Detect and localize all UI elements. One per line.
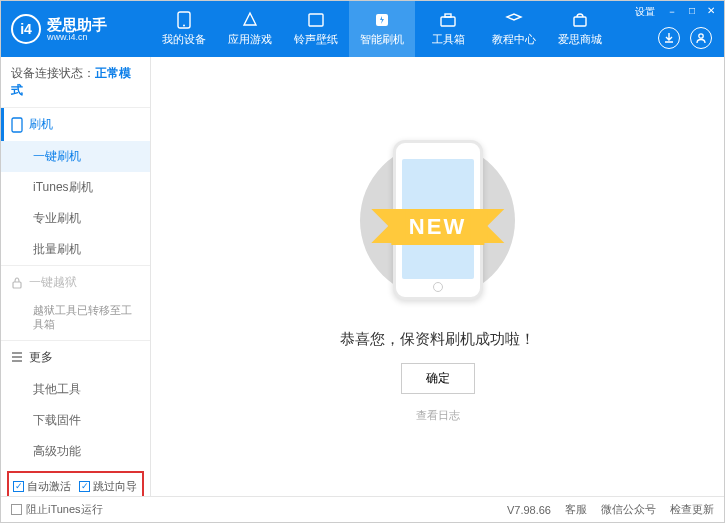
nav-tutorials[interactable]: 教程中心 <box>481 1 547 57</box>
nav-label: 应用游戏 <box>228 32 272 47</box>
update-link[interactable]: 检查更新 <box>670 502 714 517</box>
svg-rect-4 <box>441 17 455 26</box>
maximize-button[interactable]: □ <box>686 5 698 19</box>
sidebar-item-batch-flash[interactable]: 批量刷机 <box>1 234 150 265</box>
success-illustration: NEW <box>358 130 518 310</box>
nav-toolbox[interactable]: 工具箱 <box>415 1 481 57</box>
sidebar-head-jailbreak[interactable]: 一键越狱 <box>1 266 150 299</box>
app-window: i4 爱思助手 www.i4.cn 我的设备 应用游戏 铃声壁纸 智能刷机 <box>0 0 725 523</box>
nav-label: 铃声壁纸 <box>294 32 338 47</box>
checkbox-icon <box>11 504 22 515</box>
phone-icon <box>11 117 23 133</box>
nav-label: 智能刷机 <box>360 32 404 47</box>
download-icon[interactable] <box>658 27 680 49</box>
check-icon: ✓ <box>79 481 90 492</box>
window-controls: 设置 － □ ✕ <box>632 5 718 19</box>
store-icon <box>571 11 589 29</box>
svg-rect-5 <box>445 14 451 17</box>
titlebar: i4 爱思助手 www.i4.cn 我的设备 应用游戏 铃声壁纸 智能刷机 <box>1 1 724 57</box>
close-button[interactable]: ✕ <box>704 5 718 19</box>
connection-status: 设备连接状态：正常模式 <box>1 57 150 107</box>
checkbox-label: 阻止iTunes运行 <box>26 502 103 517</box>
brand-name: 爱思助手 <box>47 17 107 32</box>
version-label: V7.98.66 <box>507 504 551 516</box>
svg-point-1 <box>183 25 185 27</box>
status-label: 设备连接状态： <box>11 66 95 80</box>
minimize-button[interactable]: － <box>664 5 680 19</box>
sidebar-item-download-firmware[interactable]: 下载固件 <box>1 405 150 436</box>
nav-apps[interactable]: 应用游戏 <box>217 1 283 57</box>
flash-icon <box>373 11 391 29</box>
sidebar-item-pro-flash[interactable]: 专业刷机 <box>1 203 150 234</box>
nav-label: 工具箱 <box>432 32 465 47</box>
sidebar-head-flash[interactable]: 刷机 <box>1 108 150 141</box>
svg-point-7 <box>699 34 703 38</box>
main-content: NEW 恭喜您，保资料刷机成功啦！ 确定 查看日志 <box>151 57 724 496</box>
checkbox-skip-guide[interactable]: ✓ 跳过向导 <box>79 479 137 494</box>
svg-rect-8 <box>12 118 22 132</box>
sidebar-item-other-tools[interactable]: 其他工具 <box>1 374 150 405</box>
toolbox-icon <box>439 11 457 29</box>
nav-smart-flash[interactable]: 智能刷机 <box>349 1 415 57</box>
support-link[interactable]: 客服 <box>565 502 587 517</box>
sidebar-item-itunes-flash[interactable]: iTunes刷机 <box>1 172 150 203</box>
lock-icon <box>11 276 23 290</box>
body: 设备连接状态：正常模式 刷机 一键刷机 iTunes刷机 专业刷机 批量刷机 一… <box>1 57 724 496</box>
ok-button[interactable]: 确定 <box>401 363 475 394</box>
checkbox-auto-activate[interactable]: ✓ 自动激活 <box>13 479 71 494</box>
nav-label: 我的设备 <box>162 32 206 47</box>
logo-icon: i4 <box>11 14 41 44</box>
nav-my-device[interactable]: 我的设备 <box>151 1 217 57</box>
brand-url: www.i4.cn <box>47 32 107 42</box>
sidebar-item-advanced[interactable]: 高级功能 <box>1 436 150 467</box>
settings-button[interactable]: 设置 <box>632 5 658 19</box>
nav-label: 爱思商城 <box>558 32 602 47</box>
checkbox-block-itunes[interactable]: 阻止iTunes运行 <box>11 502 103 517</box>
checkbox-label: 自动激活 <box>27 479 71 494</box>
new-ribbon: NEW <box>391 209 484 245</box>
sidebar-item-oneclick-flash[interactable]: 一键刷机 <box>1 141 150 172</box>
sidebar-head-more[interactable]: 更多 <box>1 341 150 374</box>
nav-label: 教程中心 <box>492 32 536 47</box>
tutorial-icon <box>505 11 523 29</box>
nav-ringtones[interactable]: 铃声壁纸 <box>283 1 349 57</box>
brand: i4 爱思助手 www.i4.cn <box>1 14 151 44</box>
view-log-link[interactable]: 查看日志 <box>416 408 460 423</box>
footer: 阻止iTunes运行 V7.98.66 客服 微信公众号 检查更新 <box>1 496 724 522</box>
svg-rect-6 <box>574 17 586 26</box>
svg-rect-2 <box>309 14 323 26</box>
check-icon: ✓ <box>13 481 24 492</box>
jailbreak-note: 越狱工具已转移至工具箱 <box>1 299 150 340</box>
sidebar: 设备连接状态：正常模式 刷机 一键刷机 iTunes刷机 专业刷机 批量刷机 一… <box>1 57 151 496</box>
sidebar-head-label: 一键越狱 <box>29 274 77 291</box>
user-icon[interactable] <box>690 27 712 49</box>
menu-icon <box>11 351 23 363</box>
nav-store[interactable]: 爱思商城 <box>547 1 613 57</box>
sidebar-head-label: 更多 <box>29 349 53 366</box>
wechat-link[interactable]: 微信公众号 <box>601 502 656 517</box>
phone-icon <box>175 11 193 29</box>
sidebar-head-label: 刷机 <box>29 116 53 133</box>
user-icons <box>658 27 712 49</box>
apps-icon <box>241 11 259 29</box>
success-message: 恭喜您，保资料刷机成功啦！ <box>340 330 535 349</box>
checkbox-label: 跳过向导 <box>93 479 137 494</box>
svg-rect-9 <box>13 282 21 288</box>
options-highlight-box: ✓ 自动激活 ✓ 跳过向导 <box>7 471 144 496</box>
wallpaper-icon <box>307 11 325 29</box>
